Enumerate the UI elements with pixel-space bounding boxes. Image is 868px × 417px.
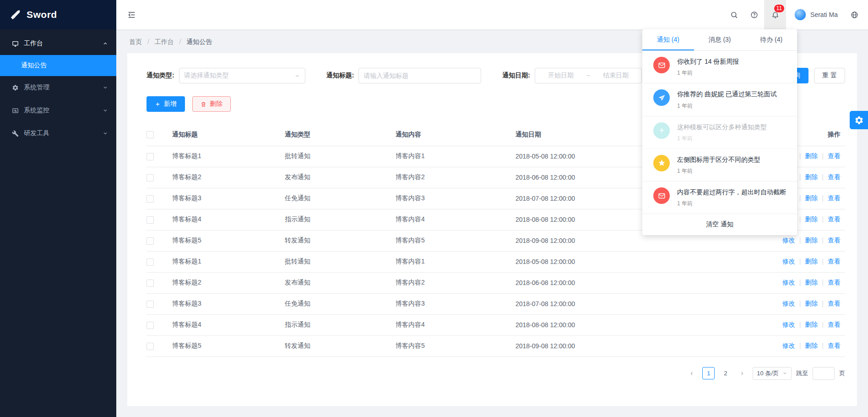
delete-link[interactable]: 删除	[805, 152, 818, 159]
delete-link[interactable]: 删除	[805, 236, 818, 244]
delete-link[interactable]: 删除	[805, 300, 818, 307]
row-checkbox[interactable]	[146, 343, 154, 350]
notification-item[interactable]: 你收到了 14 份新周报 1 年前	[642, 51, 797, 83]
page-size-select[interactable]: 10 条/页	[753, 367, 792, 380]
sidebar-item-label: 研发工具	[24, 129, 49, 137]
cell-type: 批转通知	[285, 251, 396, 272]
row-checkbox[interactable]	[146, 195, 154, 203]
breadcrumb-workbench[interactable]: 工作台	[155, 38, 174, 45]
row-checkbox[interactable]	[146, 237, 154, 245]
view-link[interactable]: 查看	[828, 236, 841, 244]
page-number-2[interactable]: 2	[719, 367, 732, 379]
table-row: 博客标题4 指示通知 博客内容4 2018-08-08 12:00:00 修改|…	[146, 314, 845, 335]
delete-link[interactable]: 删除	[805, 258, 818, 265]
notification-title: 你收到了 14 份新周报	[677, 57, 786, 66]
op-divider: |	[822, 236, 824, 244]
edit-link[interactable]: 修改	[782, 236, 795, 244]
notification-item[interactable]: 内容不要超过两行字，超出时自动截断 1 年前	[642, 181, 797, 214]
sidebar-item-system-manage[interactable]: 系统管理	[0, 76, 116, 99]
edit-link[interactable]: 修改	[782, 300, 795, 307]
view-link[interactable]: 查看	[828, 194, 841, 202]
row-checkbox[interactable]	[146, 174, 154, 181]
app-title: Sword	[27, 9, 57, 20]
chevron-down-icon	[294, 73, 300, 79]
notification-item[interactable]: 这种模板可以区分多种通知类型 1 年前	[642, 116, 797, 149]
notifications-button[interactable]: 11	[764, 0, 786, 29]
row-checkbox[interactable]	[146, 322, 154, 329]
op-divider: |	[822, 215, 824, 223]
tab-todos[interactable]: 待办 (4)	[745, 29, 797, 50]
view-link[interactable]: 查看	[828, 258, 841, 265]
sidebar-item-workbench[interactable]: 工作台	[0, 32, 116, 55]
breadcrumb-current: 通知公告	[186, 38, 212, 45]
view-link[interactable]: 查看	[828, 173, 841, 181]
page-number-1[interactable]: 1	[702, 367, 715, 379]
row-checkbox[interactable]	[146, 258, 154, 266]
row-checkbox[interactable]	[146, 280, 154, 287]
sidebar-item-dev-tools[interactable]: 研发工具	[0, 122, 116, 145]
edit-link[interactable]: 修改	[782, 321, 795, 328]
user-menu[interactable]: Serati Ma	[786, 9, 844, 21]
notification-badge: 11	[774, 4, 785, 13]
next-page-button[interactable]	[736, 368, 748, 379]
date-start-placeholder: 开始日期	[548, 71, 574, 80]
edit-link[interactable]: 修改	[782, 258, 795, 265]
notice-type-select[interactable]: 请选择通知类型	[179, 68, 305, 83]
clear-notifications-button[interactable]: 清空 通知	[642, 214, 797, 235]
chevron-right-icon	[739, 371, 745, 376]
page-unit-label: 页	[839, 369, 845, 378]
view-link[interactable]: 查看	[828, 152, 841, 159]
table-row: 博客标题3 任免通知 博客内容3 2018-07-08 12:00:00 修改|…	[146, 293, 845, 314]
sidebar-item-notice[interactable]: 通知公告	[0, 55, 116, 76]
view-link[interactable]: 查看	[828, 321, 841, 328]
delete-link[interactable]: 删除	[805, 321, 818, 328]
cell-type: 批转通知	[285, 146, 396, 167]
notification-item[interactable]: 左侧图标用于区分不同的类型 1 年前	[642, 149, 797, 181]
delete-link[interactable]: 删除	[805, 215, 818, 223]
view-link[interactable]: 查看	[828, 279, 841, 286]
edit-link[interactable]: 修改	[782, 342, 795, 349]
op-divider: |	[822, 321, 824, 328]
sidebar-item-label: 系统监控	[24, 106, 49, 115]
sidebar-item-system-monitor[interactable]: 系统监控	[0, 99, 116, 122]
row-checkbox[interactable]	[146, 153, 154, 160]
cell-content: 博客内容5	[396, 230, 515, 251]
view-link[interactable]: 查看	[828, 342, 841, 349]
delete-link[interactable]: 删除	[805, 279, 818, 286]
row-checkbox[interactable]	[146, 216, 154, 224]
delete-link[interactable]: 删除	[805, 342, 818, 349]
breadcrumb-home[interactable]: 首页	[129, 38, 142, 45]
jump-page-input[interactable]	[813, 367, 835, 380]
notification-title: 内容不要超过两行字，超出时自动截断	[677, 187, 786, 197]
collapse-sidebar-button[interactable]	[127, 0, 146, 29]
row-checkbox[interactable]	[146, 301, 154, 308]
select-all-checkbox[interactable]	[146, 131, 154, 138]
theme-settings-button[interactable]	[850, 111, 868, 129]
plus-icon	[155, 101, 161, 107]
chevron-down-icon	[782, 371, 787, 376]
view-link[interactable]: 查看	[828, 215, 841, 223]
op-divider: |	[799, 236, 801, 244]
edit-link[interactable]: 修改	[782, 279, 795, 286]
delete-link[interactable]: 删除	[805, 194, 818, 202]
reset-button[interactable]: 重 置	[814, 68, 845, 83]
cell-content: 博客内容3	[396, 293, 515, 314]
date-range-picker[interactable]: 开始日期 ~ 结束日期	[535, 68, 642, 83]
tab-messages[interactable]: 消息 (3)	[694, 29, 746, 50]
help-button[interactable]	[744, 0, 764, 29]
cell-type: 转发通知	[285, 230, 396, 251]
notice-title-input[interactable]	[358, 68, 481, 83]
tab-notifications[interactable]: 通知 (4)	[642, 29, 694, 50]
notification-item[interactable]: 你推荐的 曲妮妮 已通过第三轮面试 1 年前	[642, 83, 797, 116]
delete-link[interactable]: 删除	[805, 173, 818, 181]
delete-button[interactable]: 删除	[192, 96, 231, 112]
language-button[interactable]	[844, 0, 864, 29]
view-link[interactable]: 查看	[828, 300, 841, 307]
breadcrumb-separator: /	[147, 38, 149, 45]
notification-time: 1 年前	[677, 200, 786, 208]
prev-page-button[interactable]	[686, 368, 698, 379]
op-divider: |	[822, 194, 824, 202]
search-button[interactable]	[724, 0, 744, 29]
add-button[interactable]: 新增	[146, 96, 185, 112]
filter-title-group: 通知标题:	[326, 68, 482, 83]
